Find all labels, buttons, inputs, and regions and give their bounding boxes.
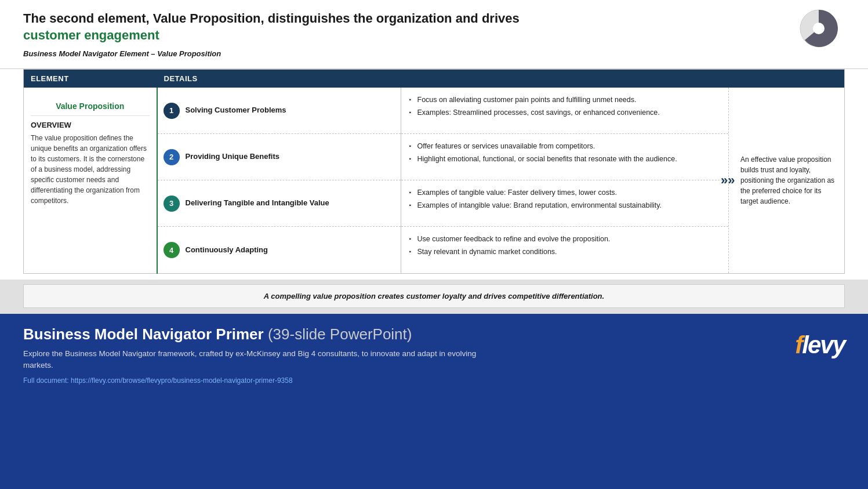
footer-title-bold: Business Model Navigator Primer	[23, 325, 264, 343]
bullet-item: Use customer feedback to refine and evol…	[409, 234, 721, 244]
title-line1: The second element, Value Proposition, d…	[23, 11, 520, 26]
col-element-header: ELEMENT	[24, 70, 157, 88]
footer-link[interactable]: Full document: https://flevy.com/browse/…	[23, 376, 499, 385]
top-section: The second element, Value Proposition, d…	[0, 0, 868, 69]
item-label-1: Solving Customer Problems	[186, 106, 286, 115]
logo-f: f	[795, 331, 802, 358]
bullet-item: Offer features or services unavailable f…	[409, 141, 721, 151]
bullet-item: Examples of intangible value: Brand repu…	[409, 200, 721, 211]
footer-left: Business Model Navigator Primer (39-slid…	[23, 325, 499, 385]
bullet-item: Focus on alleviating customer pain point…	[409, 95, 721, 105]
list-item: 4 Continuously Adapting	[158, 227, 401, 273]
footer-section: Business Model Navigator Primer (39-slid…	[0, 314, 868, 489]
bullet-section-4: Use customer feedback to refine and evol…	[401, 227, 729, 273]
list-item: 1 Solving Customer Problems	[158, 88, 401, 134]
bullet-item: Highlight emotional, functional, or soci…	[409, 154, 721, 164]
footer-logo: flevy	[795, 325, 845, 359]
item-number-2: 2	[164, 149, 180, 165]
bullet-item: Stay relevant in dynamic market conditio…	[409, 247, 721, 257]
pie-chart	[798, 8, 839, 49]
bullets-col: Focus on alleviating customer pain point…	[401, 88, 729, 273]
bullet-section-3: Examples of tangible value: Faster deliv…	[401, 180, 729, 227]
footer-title: Business Model Navigator Primer (39-slid…	[23, 325, 499, 343]
quote-section: A compelling value proposition creates c…	[23, 284, 845, 308]
page-title: The second element, Value Proposition, d…	[23, 10, 640, 44]
footer-description: Explore the Business Model Navigator fra…	[23, 348, 499, 372]
item-label-2: Providing Unique Benefits	[186, 152, 280, 162]
arrow-right-icon: »»	[721, 173, 735, 188]
item-number-4: 4	[164, 242, 180, 258]
item-label-4: Continuously Adapting	[186, 245, 268, 255]
bullet-item: Examples: Streamlined processes, cost sa…	[409, 107, 721, 118]
item-number-1: 1	[164, 103, 180, 119]
value-prop-label: Value Proposition	[31, 95, 150, 115]
bullet-section-1: Focus on alleviating customer pain point…	[401, 88, 729, 134]
subtitle: Business Model Navigator Element – Value…	[23, 49, 845, 58]
overview-title: OVERVIEW	[31, 121, 150, 129]
overview-section: OVERVIEW The value proposition defines t…	[31, 115, 150, 206]
overview-text: The value proposition defines the unique…	[31, 133, 150, 206]
details-cell: 1 Solving Customer Problems 2 Providing …	[157, 88, 845, 274]
list-item: 2 Providing Unique Benefits	[158, 134, 401, 180]
list-item: 3 Delivering Tangible and Intangible Val…	[158, 180, 401, 227]
element-cell: Value Proposition OVERVIEW The value pro…	[24, 88, 157, 274]
main-table: ELEMENT DETAILS Value Proposition OVERVI…	[23, 69, 845, 274]
items-col: 1 Solving Customer Problems 2 Providing …	[158, 88, 401, 273]
bullet-item: Examples of tangible value: Faster deliv…	[409, 187, 721, 198]
footer-title-gray: (39-slide PowerPoint)	[264, 325, 412, 343]
item-label-3: Delivering Tangible and Intangible Value	[186, 198, 329, 208]
details-inner: 1 Solving Customer Problems 2 Providing …	[158, 88, 845, 273]
right-sidebar: »» An effective value proposition builds…	[728, 88, 844, 273]
quote-text: A compelling value proposition creates c…	[35, 292, 833, 300]
sidebar-text: An effective value proposition builds tr…	[740, 154, 836, 207]
title-line2: customer engagement	[23, 28, 159, 42]
table-section: ELEMENT DETAILS Value Proposition OVERVI…	[0, 69, 868, 280]
bullet-section-2: Offer features or services unavailable f…	[401, 134, 729, 180]
col-details-header: DETAILS	[157, 70, 845, 88]
svg-point-1	[813, 23, 825, 34]
item-number-3: 3	[164, 195, 180, 212]
flevy-logo-text: flevy	[795, 331, 845, 359]
logo-levy: levy	[802, 331, 845, 358]
